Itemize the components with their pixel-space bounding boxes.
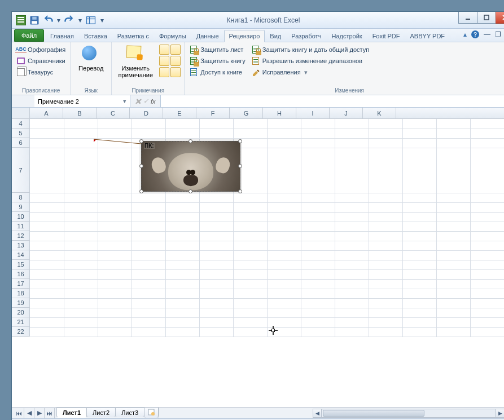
resize-handle[interactable] [139,139,143,143]
tab-view[interactable]: Вид [265,30,286,42]
hscroll-thumb[interactable] [323,410,424,417]
show-comment-button[interactable] [170,45,181,55]
tab-data[interactable]: Данные [191,30,224,42]
redo-button[interactable] [64,15,75,26]
cells-area[interactable]: ПК: [30,119,504,407]
row-14[interactable]: 14 [12,250,30,260]
col-E[interactable]: E [163,108,196,119]
tab-insert[interactable]: Вставка [79,30,112,42]
row-6[interactable]: 6 [12,138,30,148]
col-C[interactable]: C [97,108,130,119]
tab-developer[interactable]: Разработч [286,30,326,42]
workbook-minimize-button[interactable]: — [484,30,490,38]
undo-button[interactable] [42,15,54,26]
row-15[interactable]: 15 [12,260,30,269]
row-16[interactable]: 16 [12,269,30,279]
hscroll-track[interactable] [322,409,496,418]
qat-item[interactable] [85,15,97,26]
show-all-comments-button[interactable] [170,56,181,66]
resize-handle[interactable] [189,189,192,193]
new-sheet-button[interactable] [144,407,159,418]
protect-workbook-button[interactable]: Защитить книгу [188,56,247,66]
resize-handle[interactable] [189,139,192,143]
row-11[interactable]: 11 [12,222,30,231]
undo-dropdown[interactable]: ▾ [56,15,62,26]
col-A[interactable]: A [30,108,63,119]
help-button[interactable]: ? [471,30,479,38]
row-12[interactable]: 12 [12,231,30,241]
name-box[interactable]: Примечание 2 ▾ [34,95,130,107]
row-18[interactable]: 18 [12,289,30,298]
translate-button[interactable]: Перевод [74,45,108,73]
prev-comment-button[interactable] [159,56,169,66]
tab-addins[interactable]: Надстройк [326,30,367,42]
row-10[interactable]: 10 [12,212,30,222]
protect-share-button[interactable]: Защитить книгу и дать общий доступ [250,45,370,55]
sheet-prev-button[interactable]: ◀ [24,408,34,418]
row-21[interactable]: 21 [12,317,30,327]
minimize-ribbon-button[interactable]: ▴ [463,30,467,38]
show-ink-button[interactable] [170,67,181,77]
redo-dropdown[interactable]: ▾ [77,15,83,26]
row-9[interactable]: 9 [12,202,30,212]
next-comment-button[interactable] [159,67,169,77]
col-H[interactable]: H [263,108,296,119]
sheet-tab-1[interactable]: Лист1 [56,408,87,418]
resize-handle[interactable] [238,189,242,193]
tab-file[interactable]: Файл [14,29,44,42]
sheet-last-button[interactable]: ⏭ [45,408,55,418]
edit-comment-button[interactable]: Изменить примечание [115,45,156,79]
col-J[interactable]: J [330,108,363,119]
row-5[interactable]: 5 [12,129,30,138]
row-13[interactable]: 13 [12,241,30,250]
row-4[interactable]: 4 [12,119,30,129]
col-G[interactable]: G [230,108,263,119]
resize-handle[interactable] [238,139,242,143]
spelling-button[interactable]: ABCОрфография [15,45,67,55]
excel-icon[interactable] [15,15,27,26]
tab-review[interactable]: Рецензиро [224,30,265,42]
row-8[interactable]: 8 [12,193,30,202]
tab-formulas[interactable]: Формулы [154,30,191,42]
delete-comment-button[interactable] [159,45,169,55]
resize-handle[interactable] [238,164,242,168]
comment-box[interactable]: ПК: [141,141,240,192]
resize-handle[interactable] [139,164,143,168]
fx-button[interactable]: fx [151,98,156,105]
sheet-tab-3[interactable]: Лист3 [115,408,144,417]
maximize-button[interactable] [477,12,496,24]
horizontal-scrollbar[interactable]: ◀ ▶ [313,409,504,418]
row-17[interactable]: 17 [12,279,30,289]
col-K[interactable]: K [363,108,396,119]
research-button[interactable]: Справочники [15,56,67,66]
qat-customize-dropdown[interactable]: ▾ [99,15,106,26]
save-button[interactable] [29,15,40,26]
row-7[interactable]: 7 [12,148,30,193]
hscroll-left-button[interactable]: ◀ [313,409,322,418]
protect-sheet-button[interactable]: Защитить лист [188,45,247,55]
name-box-dropdown-icon[interactable]: ▾ [123,98,126,105]
col-B[interactable]: B [63,108,97,119]
minimize-button[interactable] [458,12,477,24]
formula-input[interactable] [160,95,504,107]
col-I[interactable]: I [296,108,330,119]
allow-ranges-button[interactable]: Разрешить изменение диапазонов [250,56,370,66]
track-changes-button[interactable]: Исправления▾ [250,67,370,77]
col-F[interactable]: F [196,108,230,119]
hscroll-right-button[interactable]: ▶ [496,409,504,418]
select-all-corner[interactable] [12,108,30,119]
enter-icon[interactable]: ✓ [143,98,148,105]
tab-pagelayout[interactable]: Разметка с [112,30,154,42]
cancel-icon[interactable]: 🗙 [135,98,141,105]
thesaurus-button[interactable]: Тезаурус [15,67,67,77]
col-D[interactable]: D [130,108,163,119]
close-button[interactable] [496,12,504,24]
row-20[interactable]: 20 [12,308,30,317]
row-22[interactable]: 22 [12,327,30,337]
resize-handle[interactable] [139,189,143,193]
sheet-tab-2[interactable]: Лист2 [86,408,116,417]
tab-foxitpdf[interactable]: Foxit PDF [367,30,405,42]
sheet-next-button[interactable]: ▶ [34,408,45,418]
sheet-first-button[interactable]: ⏮ [14,408,24,418]
row-19[interactable]: 19 [12,298,30,308]
